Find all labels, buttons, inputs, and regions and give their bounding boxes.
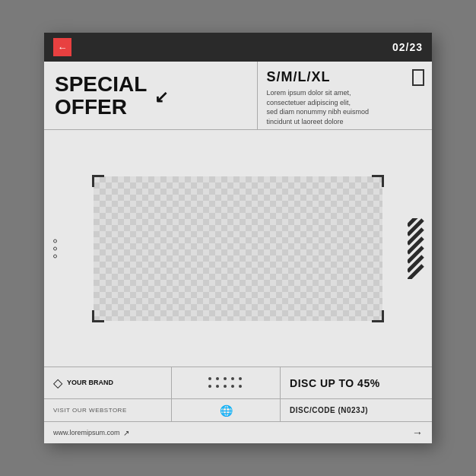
- bracket-bottom-right: [372, 310, 384, 322]
- bracket-top-left: [92, 175, 104, 187]
- brand-block: ◇ YOUR BRAND: [44, 367, 172, 398]
- dots-grid-block: [172, 367, 281, 398]
- size-label: S/M/L/XL: [267, 69, 424, 85]
- grid-dot: [231, 385, 234, 388]
- dots-grid: [208, 377, 243, 389]
- grid-dot: [231, 377, 234, 380]
- webstore-label: VISIT OUR WEBSTORE: [53, 407, 127, 414]
- bottom-area: ◇ YOUR BRAND DISC UP TO 45%: [44, 367, 432, 443]
- discount-block: DISC UP TO 45%: [281, 367, 432, 398]
- header-section: SPECIALOFFER ↙ S/M/L/XL Lorem ipsum dolo…: [44, 62, 432, 130]
- url-arrow-icon: ↗: [123, 429, 129, 437]
- back-icon: ←: [58, 42, 68, 53]
- grid-dot: [239, 385, 242, 388]
- discount-text: DISC UP TO 45%: [290, 377, 380, 389]
- rectangle-icon: [412, 69, 424, 86]
- back-button[interactable]: ←: [53, 38, 71, 56]
- bottom-row-3: www.loremipsum.com ↗ →: [44, 422, 432, 443]
- globe-icon: 🌐: [220, 405, 233, 417]
- grid-dot: [224, 385, 227, 388]
- grid-dot: [224, 377, 227, 380]
- grid-dot: [239, 377, 242, 380]
- description-text: Lorem ipsum dolor sit amet,consectetuer …: [267, 88, 424, 126]
- grid-dot: [208, 377, 211, 380]
- globe-block: 🌐: [172, 399, 281, 421]
- stripes-decoration-right: [408, 218, 424, 279]
- code-block: DISC/CODE (N023J): [281, 399, 432, 421]
- dots-decoration-left: [53, 239, 57, 258]
- bottom-row-1: ◇ YOUR BRAND DISC UP TO 45%: [44, 367, 432, 399]
- info-block: S/M/L/XL Lorem ipsum dolor sit amet,cons…: [258, 62, 433, 129]
- dot-2: [53, 246, 57, 250]
- bracket-top-right: [372, 175, 384, 187]
- nav-arrow-right-icon[interactable]: →: [412, 427, 423, 439]
- url-text: www.loremipsum.com: [53, 429, 120, 436]
- diagonal-stripes-svg: [408, 218, 424, 279]
- bracket-bottom-left: [92, 310, 104, 322]
- brand-name: YOUR BRAND: [67, 379, 113, 387]
- diamond-icon: ◇: [53, 376, 62, 390]
- discount-code: DISC/CODE (N023J): [290, 406, 368, 414]
- grid-dot: [216, 377, 219, 380]
- url-block: www.loremipsum.com ↗: [53, 429, 129, 437]
- arrow-icon: ↙: [154, 87, 168, 107]
- grid-dot: [208, 385, 211, 388]
- image-area: [44, 130, 432, 367]
- product-image-placeholder[interactable]: [94, 176, 382, 321]
- promotional-card: ← 02/23 SPECIALOFFER ↙ S/M/L/XL Lorem ip…: [44, 33, 432, 443]
- title-block: SPECIALOFFER ↙: [44, 62, 258, 129]
- page-number: 02/23: [392, 41, 423, 53]
- dot-1: [53, 239, 57, 243]
- grid-dot: [216, 385, 219, 388]
- special-offer-title: SPECIALOFFER: [55, 73, 147, 118]
- bottom-row-2: VISIT OUR WEBSTORE 🌐 DISC/CODE (N023J): [44, 399, 432, 422]
- dot-3: [53, 254, 57, 258]
- webstore-block: VISIT OUR WEBSTORE: [44, 399, 172, 421]
- top-bar: ← 02/23: [44, 33, 432, 62]
